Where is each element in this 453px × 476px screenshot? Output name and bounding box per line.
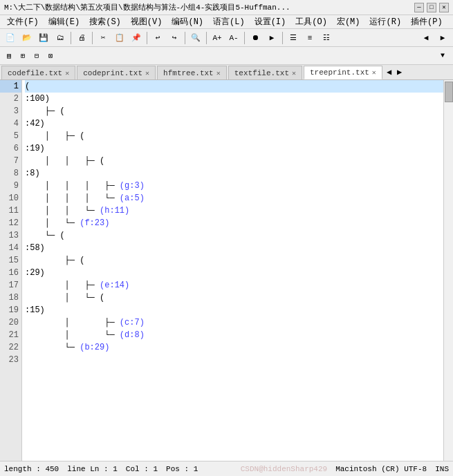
run-macro-button[interactable]: ▶ xyxy=(264,30,279,46)
zoom-out-button[interactable]: A- xyxy=(226,30,241,46)
line-number-2: 2 xyxy=(0,93,21,105)
code-line-21: │ └─ (d:8) xyxy=(25,329,443,341)
open-button[interactable]: 📂 xyxy=(19,30,35,46)
extra-arrow-button[interactable]: ▼ xyxy=(435,48,450,64)
tab-scroll-right[interactable]: ▶ xyxy=(394,67,405,77)
menu-item-7[interactable]: 工具(O) xyxy=(291,15,331,28)
plugin-btn3[interactable]: ⊟ xyxy=(30,50,43,62)
macro-button[interactable]: ⏺ xyxy=(248,30,263,46)
tab-1[interactable]: codeprint.txt✕ xyxy=(77,66,156,79)
line-number-9: 9 xyxy=(0,180,21,192)
save-all-button[interactable]: 🗂 xyxy=(53,30,68,46)
tab-close-2[interactable]: ✕ xyxy=(216,69,221,77)
code-line-20: │ ├─ (c:7) xyxy=(25,316,443,329)
line-number-12: 12 xyxy=(0,217,21,229)
code-line-22: └─ (b:29) xyxy=(25,341,443,354)
plugin-btn1[interactable]: ▤ xyxy=(3,50,15,62)
tab-scroll-left[interactable]: ◀ xyxy=(384,67,394,77)
status-mode: INS xyxy=(435,465,449,473)
line-number-16: 16 xyxy=(0,267,21,279)
paste-button[interactable]: 📌 xyxy=(129,30,144,46)
restore-button[interactable]: □ xyxy=(427,3,436,12)
find-button[interactable]: 🔍 xyxy=(188,30,203,46)
code-line-2: :100) xyxy=(25,93,443,105)
status-pos: Pos : 1 xyxy=(166,465,198,473)
tab-close-3[interactable]: ✕ xyxy=(292,69,296,77)
code-line-1: ( xyxy=(25,80,443,93)
save-button[interactable]: 💾 xyxy=(36,30,51,46)
menu-item-6[interactable]: 设置(I) xyxy=(250,15,290,28)
line-number-21: 21 xyxy=(0,329,21,341)
tab-2[interactable]: hfmtree.txt✕ xyxy=(157,66,227,79)
scroll-left-button[interactable]: ◀ xyxy=(418,30,434,46)
tab-close-1[interactable]: ✕ xyxy=(145,69,149,77)
tab-close-0[interactable]: ✕ xyxy=(65,69,69,77)
line-number-13: 13 xyxy=(0,229,21,242)
copy-button[interactable]: 📋 xyxy=(112,30,127,46)
code-line-13: └─ ( xyxy=(25,229,443,242)
print-button[interactable]: 🖨 xyxy=(74,30,89,46)
title-text: M:\大二下\数据结构\第五次项目\数据结构与算法-小组4-实践项目5-Huff… xyxy=(4,2,290,12)
menu-item-1[interactable]: 编辑(E) xyxy=(44,15,84,28)
statusbar: length : 450 line Ln : 1 Col : 1 Pos : 1… xyxy=(0,461,453,476)
code-line-3: ├─ ( xyxy=(25,105,443,117)
code-line-7: │ │ ├─ ( xyxy=(25,155,443,167)
menubar: 文件(F)编辑(E)搜索(S)视图(V)编码(N)语言(L)设置(I)工具(O)… xyxy=(0,15,453,29)
scroll-right-button[interactable]: ▶ xyxy=(435,30,450,46)
align-center-button[interactable]: ≡ xyxy=(302,30,317,46)
menu-item-8[interactable]: 宏(M) xyxy=(333,15,364,28)
status-col: Col : 1 xyxy=(126,465,158,473)
line-number-3: 3 xyxy=(0,105,21,117)
code-line-8: :8) xyxy=(25,167,443,180)
new-button[interactable]: 📄 xyxy=(3,30,18,46)
toolbar1: 📄 📂 💾 🗂 🖨 ✂ 📋 📌 ↩ ↪ 🔍 A+ A- ⏺ ▶ ☰ ≡ ☷ ◀ … xyxy=(0,29,453,47)
plugin-btn2[interactable]: ⊞ xyxy=(17,50,29,62)
menu-item-4[interactable]: 编码(N) xyxy=(167,15,207,28)
code-content[interactable]: (:100) ├─ (:42) │ ├─ (:19) │ │ ├─ (:8) │… xyxy=(22,80,443,461)
menu-item-3[interactable]: 视图(V) xyxy=(127,15,167,28)
menu-item-2[interactable]: 搜索(S) xyxy=(85,15,125,28)
watermark: CSDN@hiddenSharp429 xyxy=(241,465,327,473)
minimize-button[interactable]: ─ xyxy=(414,3,424,12)
status-line: line Ln : 1 xyxy=(67,465,118,473)
menu-item-11[interactable]: 窗口(W) xyxy=(448,15,453,28)
line-number-10: 10 xyxy=(0,192,21,204)
line-number-23: 23 xyxy=(0,354,21,366)
code-line-10: │ │ │ └─ (a:5) xyxy=(25,192,443,204)
line-number-15: 15 xyxy=(0,254,21,267)
menu-item-9[interactable]: 运行(R) xyxy=(365,15,405,28)
line-number-17: 17 xyxy=(0,279,21,292)
menu-item-0[interactable]: 文件(F) xyxy=(3,15,43,28)
tab-close-4[interactable]: ✕ xyxy=(372,68,376,77)
code-line-23 xyxy=(25,354,443,366)
tab-4[interactable]: treeprint.txt✕ xyxy=(304,66,382,79)
code-line-17: │ ├─ (e:14) xyxy=(25,279,443,292)
plugin-btn4[interactable]: ⊠ xyxy=(44,50,57,62)
tab-3[interactable]: textfile.txt✕ xyxy=(228,66,302,79)
tab-0[interactable]: codefile.txt✕ xyxy=(1,66,75,79)
vertical-scrollbar[interactable] xyxy=(443,80,453,461)
status-encoding: Macintosh (CR) UTF-8 xyxy=(335,465,427,473)
close-button[interactable]: ✕ xyxy=(439,3,449,12)
status-length: length : 450 xyxy=(4,465,59,473)
code-line-16: :29) xyxy=(25,267,443,279)
line-number-19: 19 xyxy=(0,304,21,316)
align-left-button[interactable]: ☰ xyxy=(286,30,301,46)
cut-button[interactable]: ✂ xyxy=(95,30,111,46)
menu-item-10[interactable]: 插件(P) xyxy=(407,15,447,28)
line-number-22: 22 xyxy=(0,341,21,354)
code-line-5: │ ├─ ( xyxy=(25,130,443,142)
line-numbers: 1234567891011121314151617181920212223 xyxy=(0,80,22,461)
undo-button[interactable]: ↩ xyxy=(150,30,165,46)
window-buttons: ─ □ ✕ xyxy=(414,3,449,12)
line-number-11: 11 xyxy=(0,204,21,217)
code-line-9: │ │ │ ├─ (g:3) xyxy=(25,180,443,192)
line-number-1: 1 xyxy=(0,80,21,93)
editor-area: 1234567891011121314151617181920212223 (:… xyxy=(0,80,453,461)
line-number-6: 6 xyxy=(0,142,21,155)
code-line-6: :19) xyxy=(25,142,443,155)
zoom-in-button[interactable]: A+ xyxy=(210,30,225,46)
align-right-button[interactable]: ☷ xyxy=(319,30,334,46)
redo-button[interactable]: ↪ xyxy=(167,30,182,46)
menu-item-5[interactable]: 语言(L) xyxy=(209,15,249,28)
